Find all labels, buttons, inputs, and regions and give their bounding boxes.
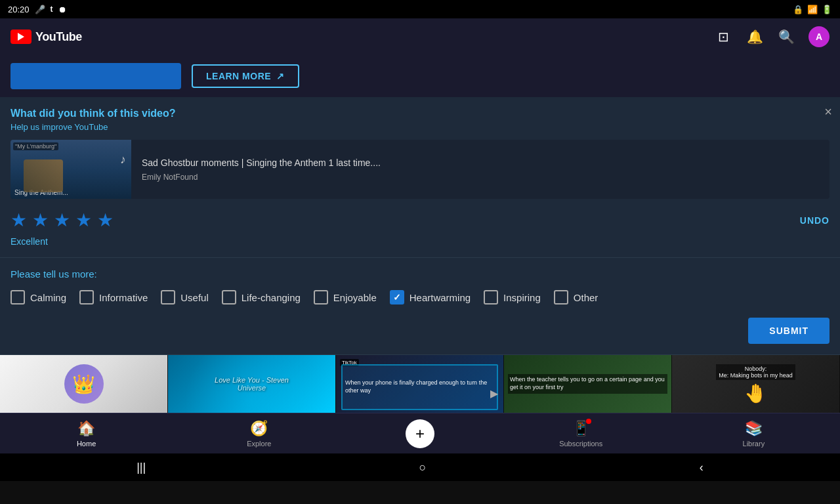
checkbox-calming-box[interactable] bbox=[10, 290, 25, 304]
nav-home-label: Home bbox=[77, 440, 96, 448]
checkbox-informative-label: Informative bbox=[99, 292, 148, 303]
thumb-img: "My L'manburg" ♪ Sing the Anthem... bbox=[10, 140, 131, 199]
nav-add-button[interactable]: + bbox=[406, 419, 434, 448]
thumb-item-1[interactable]: 👑 bbox=[0, 355, 168, 413]
status-right: 🔒 📶 🔋 bbox=[793, 5, 832, 14]
nav-library-label: Library bbox=[743, 440, 765, 448]
thumb-item-4b[interactable]: Nobody:Me: Making bots in my head 🤚 bbox=[672, 355, 840, 413]
thumb-1-icon: 👑 bbox=[72, 373, 95, 395]
thumb-item-3[interactable]: TikTok When your phone is finally charge… bbox=[336, 355, 504, 413]
checkbox-other-label: Other bbox=[574, 292, 598, 303]
star-4[interactable]: ★ bbox=[75, 209, 92, 231]
learn-more-label: LEARN MORE bbox=[206, 71, 271, 81]
star-3[interactable]: ★ bbox=[54, 209, 70, 231]
checkbox-useful-label: Useful bbox=[180, 292, 209, 303]
checkbox-useful-box[interactable] bbox=[161, 290, 175, 304]
rating-label: Excellent bbox=[10, 236, 830, 247]
blue-banner: LEARN MORE ↗ bbox=[0, 55, 840, 97]
thumbnails-row: 👑 Love Like You - Steven Universe TikTok… bbox=[0, 355, 840, 413]
thumb-3-text: When your phone is finally charged enoug… bbox=[345, 379, 494, 394]
checkbox-inspiring-label: Inspiring bbox=[503, 292, 541, 303]
learn-more-button[interactable]: LEARN MORE ↗ bbox=[192, 64, 299, 88]
checkbox-heartwarming-box[interactable] bbox=[390, 290, 404, 304]
yt-header: YouTube ⊡ 🔔 🔍 A bbox=[0, 18, 840, 55]
library-icon: 📚 bbox=[745, 420, 763, 437]
thumb-4a-text: When the teacher tells you to go on a ce… bbox=[508, 374, 667, 393]
video-title: Sad Ghostbur moments | Singing the Anthe… bbox=[142, 157, 819, 169]
checkbox-calming[interactable]: Calming bbox=[10, 290, 66, 304]
star-2[interactable]: ★ bbox=[32, 209, 49, 231]
nav-explore[interactable]: 🧭 Explore bbox=[233, 420, 285, 448]
checkbox-inspiring[interactable]: Inspiring bbox=[484, 290, 541, 304]
checkbox-other-box[interactable] bbox=[554, 290, 568, 304]
thumb-item-4a[interactable]: When the teacher tells you to go on a ce… bbox=[504, 355, 672, 413]
avatar[interactable]: A bbox=[808, 26, 830, 47]
checkbox-informative-box[interactable] bbox=[79, 290, 94, 304]
cast-icon[interactable]: ⊡ bbox=[714, 28, 732, 46]
blue-rect bbox=[10, 63, 181, 89]
checkbox-life-changing[interactable]: Life-changing bbox=[222, 290, 301, 304]
checkbox-enjoyable[interactable]: Enjoyable bbox=[314, 290, 377, 304]
external-link-icon: ↗ bbox=[276, 71, 285, 81]
checkbox-life-changing-label: Life-changing bbox=[242, 292, 301, 303]
undo-button[interactable]: UNDO bbox=[800, 215, 830, 226]
checkbox-enjoyable-box[interactable] bbox=[314, 290, 328, 304]
checkbox-life-changing-box[interactable] bbox=[222, 290, 236, 304]
checkbox-calming-label: Calming bbox=[30, 292, 66, 303]
t-icon: t bbox=[51, 5, 53, 14]
divider bbox=[0, 257, 840, 258]
thumb-item-2[interactable]: Love Like You - Steven Universe bbox=[168, 355, 336, 413]
checkboxes-row: Calming Informative Useful Life-changing… bbox=[10, 290, 830, 304]
bell-icon[interactable]: 🔔 bbox=[746, 28, 764, 46]
subscriptions-badge-container: 📱 bbox=[572, 420, 590, 437]
tell-more-label: Please tell us more: bbox=[10, 268, 830, 280]
checkbox-heartwarming[interactable]: Heartwarming bbox=[390, 290, 471, 304]
close-button[interactable]: × bbox=[824, 105, 832, 118]
header-icons: ⊡ 🔔 🔍 A bbox=[714, 26, 830, 47]
home-button[interactable]: ○ bbox=[419, 461, 427, 474]
feedback-subtitle: Help us improve YouTube bbox=[10, 122, 830, 132]
thumb-4b-content: Nobody:Me: Making bots in my head 🤚 bbox=[672, 355, 839, 413]
status-left: 20:20 🎤 t ⏺ bbox=[8, 5, 67, 14]
search-icon[interactable]: 🔍 bbox=[777, 28, 795, 46]
checkbox-useful[interactable]: Useful bbox=[161, 290, 209, 304]
thumb-4b-icon: 🤚 bbox=[744, 383, 767, 404]
mic-icon: 🎤 bbox=[35, 5, 45, 14]
nav-subscriptions-label: Subscriptions bbox=[559, 440, 602, 448]
thumb-4b-text: Nobody:Me: Making bots in my head bbox=[716, 364, 795, 380]
yt-logo: YouTube bbox=[10, 30, 82, 44]
thumb-badge-text: "My L'manburg" bbox=[13, 142, 58, 150]
explore-icon: 🧭 bbox=[250, 420, 268, 437]
thumb-3-cursor: ▶ bbox=[490, 387, 498, 400]
thumb-4a-content: When the teacher tells you to go on a ce… bbox=[504, 355, 671, 413]
badge-dot bbox=[586, 419, 591, 424]
time-display: 20:20 bbox=[8, 5, 30, 14]
star-1[interactable]: ★ bbox=[10, 209, 27, 231]
recent-apps-button[interactable]: ||| bbox=[136, 461, 146, 474]
video-thumbnail: "My L'manburg" ♪ Sing the Anthem... bbox=[10, 140, 131, 199]
system-nav: ||| ○ ‹ bbox=[0, 453, 840, 481]
star-5[interactable]: ★ bbox=[97, 209, 114, 231]
checkbox-enjoyable-label: Enjoyable bbox=[333, 292, 377, 303]
back-button[interactable]: ‹ bbox=[700, 461, 704, 474]
music-icon: ♪ bbox=[120, 153, 126, 167]
thumb-character bbox=[24, 159, 63, 192]
nav-home[interactable]: 🏠 Home bbox=[60, 420, 113, 448]
submit-button[interactable]: SUBMIT bbox=[748, 318, 830, 344]
checkbox-other[interactable]: Other bbox=[554, 290, 598, 304]
checkbox-inspiring-box[interactable] bbox=[484, 290, 498, 304]
yt-logo-text: YouTube bbox=[35, 30, 82, 44]
wifi-icon: 📶 bbox=[807, 5, 818, 14]
feedback-title: What did you think of this video? bbox=[10, 108, 830, 119]
home-icon: 🏠 bbox=[77, 420, 95, 437]
nav-library[interactable]: 📚 Library bbox=[727, 420, 780, 448]
status-bar: 20:20 🎤 t ⏺ 🔒 📶 🔋 bbox=[0, 0, 840, 18]
video-channel: Emily NotFound bbox=[142, 173, 819, 182]
bottom-nav: 🏠 Home 🧭 Explore + 📱 Subscriptions 📚 Lib… bbox=[0, 413, 840, 453]
spotify-icon: ⏺ bbox=[58, 5, 67, 14]
checkbox-heartwarming-label: Heartwarming bbox=[410, 292, 471, 303]
checkbox-informative[interactable]: Informative bbox=[79, 290, 148, 304]
thumb-2-glow bbox=[168, 355, 335, 413]
nav-subscriptions[interactable]: 📱 Subscriptions bbox=[555, 420, 607, 448]
video-card: "My L'manburg" ♪ Sing the Anthem... Sad … bbox=[10, 140, 830, 199]
